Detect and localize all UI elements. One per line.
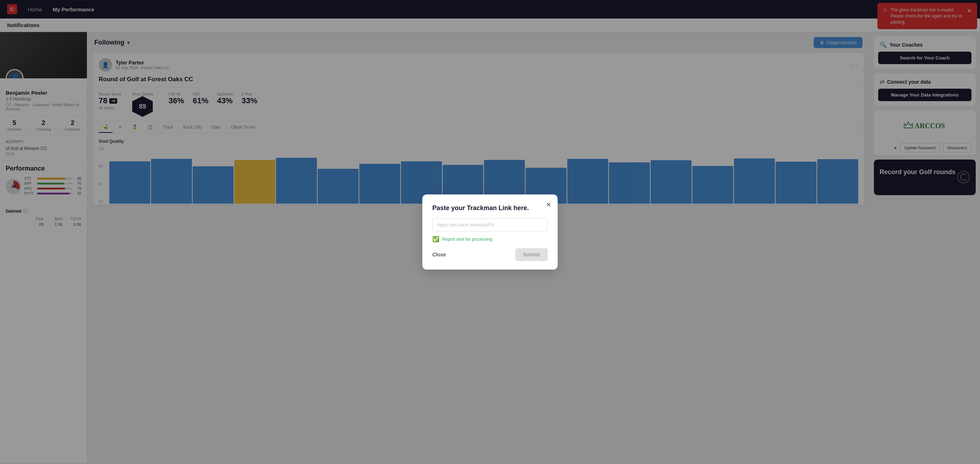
modal-close-button[interactable]: Close bbox=[432, 252, 446, 257]
modal-submit-button[interactable]: Submit bbox=[515, 248, 548, 261]
modal-success-message: ✅ Report sent for processing bbox=[432, 236, 548, 243]
modal-footer: Close Submit bbox=[432, 248, 548, 261]
success-check-icon: ✅ bbox=[432, 236, 439, 243]
trackman-modal: Paste your Trackman Link here. ✕ ✅ Repor… bbox=[422, 194, 558, 270]
modal-title: Paste your Trackman Link here. bbox=[432, 204, 548, 212]
modal-overlay[interactable]: Paste your Trackman Link here. ✕ ✅ Repor… bbox=[0, 0, 980, 463]
success-text: Report sent for processing bbox=[442, 237, 493, 242]
trackman-link-input[interactable] bbox=[432, 218, 548, 232]
modal-close-icon[interactable]: ✕ bbox=[546, 201, 551, 209]
